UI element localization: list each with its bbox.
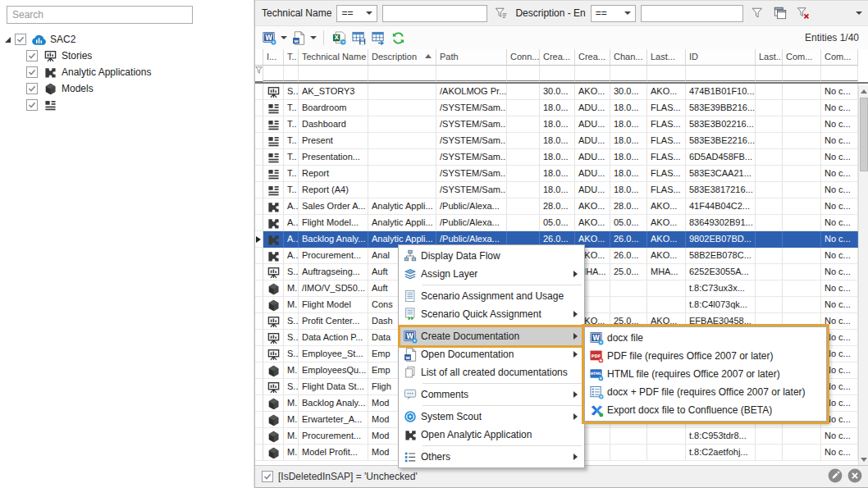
menu-item-label: Assign Layer — [421, 268, 477, 280]
open-docx-button[interactable]: w — [290, 29, 308, 47]
chevron-down-icon[interactable] — [856, 11, 862, 15]
tree-item-stories[interactable]: Stories — [0, 48, 249, 64]
menu-item-scenario-quick-assignment[interactable]: Scenario Quick Assignment — [400, 305, 583, 323]
tree-item-templates[interactable]: Templates — [0, 97, 249, 113]
filter-cell[interactable] — [821, 66, 858, 81]
edit-filter-icon[interactable] — [828, 468, 843, 486]
filter-cell[interactable] — [436, 66, 507, 81]
filter-cell[interactable] — [686, 66, 756, 81]
filter-cell[interactable] — [783, 66, 821, 81]
tree-checkbox[interactable] — [26, 66, 38, 78]
filter-input-technical-name[interactable] — [382, 5, 487, 22]
menu-item-pdf-file-requires-office-2007-or-later-[interactable]: PDFPDF file (requires Office 2007 or lat… — [586, 347, 825, 365]
filter-cell[interactable] — [647, 66, 686, 81]
scroll-down-icon[interactable] — [859, 454, 868, 465]
tree-checkbox[interactable] — [26, 99, 38, 111]
column-header-path[interactable]: Path — [436, 49, 507, 66]
save-grid-layout-button[interactable] — [349, 29, 368, 47]
filter-input-description[interactable] — [641, 5, 743, 22]
chevron-down-icon[interactable] — [280, 36, 288, 39]
table-cell: t.8:C73ux3x... — [686, 280, 756, 297]
table-cell: 583E3817216... — [686, 182, 756, 198]
tree-item-analytic-applications[interactable]: Analytic Applications — [0, 64, 249, 80]
operator-select-technical-name[interactable]: == — [336, 5, 377, 22]
tree-checkbox[interactable] — [26, 50, 38, 62]
filter-cell[interactable] — [507, 66, 540, 81]
apply-filter-icon[interactable] — [748, 4, 766, 22]
filter-cell[interactable] — [368, 66, 436, 81]
table-row[interactable]: A..Flight Model...Analytic Appli.../Publ… — [255, 215, 868, 231]
template-icon — [267, 134, 280, 148]
refresh-button[interactable] — [389, 29, 407, 47]
table-row[interactable]: T..Boardroom/SYSTEM/Sam...18.0...ADU...1… — [255, 100, 868, 116]
column-header-com[interactable]: Com... — [783, 49, 821, 66]
filter-cell[interactable] — [284, 66, 299, 81]
filter-cell[interactable] — [610, 66, 647, 81]
search-input[interactable] — [7, 6, 193, 24]
tree-expander-icon[interactable] — [5, 37, 11, 43]
column-header-crea[interactable]: Crea... — [575, 49, 610, 66]
table-cell: 18.0... — [610, 133, 647, 149]
column-header-last[interactable]: Last... — [756, 49, 783, 66]
menu-item-html-file-requires-office-2007-or-later-[interactable]: HTMLHTML file (requires Office 2007 or l… — [586, 365, 825, 383]
operator-select-description[interactable]: == — [591, 5, 636, 22]
export-excel-button[interactable]: X — [330, 29, 348, 47]
table-row[interactable]: T..Report/SYSTEM/Sam...18.0...ADU...18.0… — [255, 166, 868, 182]
menu-item-create-documentation[interactable]: WCreate Documentation — [400, 327, 583, 345]
vertical-scrollbar[interactable] — [858, 85, 868, 465]
table-row[interactable]: T..Present/SYSTEM/Sam...18.0...ADU...18.… — [255, 133, 868, 149]
column-header-t[interactable]: T.. — [284, 49, 299, 66]
row-header — [255, 248, 263, 264]
table-row[interactable]: T..Dashboard/SYSTEM/Sam...18.0...ADU...1… — [255, 116, 868, 133]
tree-checkbox[interactable] — [15, 34, 26, 45]
status-filter-checkbox[interactable] — [262, 471, 273, 482]
table-row[interactable]: A..Sales Order A...Analytic Appli.../Pub… — [255, 198, 868, 215]
chevron-down-icon[interactable] — [309, 36, 318, 39]
column-header-technicalname[interactable]: Technical Name — [299, 49, 368, 66]
menu-item-open-documentation[interactable]: wOpen Documentation — [400, 345, 583, 363]
filter-cell[interactable] — [540, 66, 575, 81]
restore-grid-layout-button[interactable] — [369, 29, 387, 47]
menu-item-display-data-flow[interactable]: Display Data Flow — [400, 247, 583, 265]
menu-item-system-scout[interactable]: System Scout — [400, 408, 583, 426]
table-row[interactable]: T..Report (A4)/SYSTEM/Sam...18.0...ADU..… — [255, 182, 868, 198]
scroll-up-icon[interactable] — [859, 85, 868, 97]
table-cell — [783, 445, 821, 461]
filter-cell[interactable] — [575, 66, 610, 81]
menu-item-docx-pdf-file-requires-office-2007-or-la[interactable]: docx + PDF file (requires Office 2007 or… — [586, 383, 825, 401]
table-cell: No c... — [821, 297, 858, 313]
column-header-conn[interactable]: Conn... — [507, 49, 540, 66]
menu-item-list-of-all-created-documentations[interactable]: List of all created documentations — [400, 363, 583, 381]
table-row[interactable]: T..Presentation.../SYSTEM/Sam...18.0...A… — [255, 149, 868, 166]
menu-item-scenario-assignment-and-usage[interactable]: Scenario Assignment and Usage — [400, 287, 583, 305]
tree-item-models[interactable]: Models — [0, 80, 249, 97]
clear-filter-icon[interactable] — [794, 4, 812, 22]
menu-item-comments[interactable]: Comments — [400, 385, 583, 404]
filter-options-icon[interactable] — [492, 4, 510, 22]
column-header-crea[interactable]: Crea... — [540, 49, 575, 66]
table-cell — [507, 149, 540, 166]
scrollbar-thumb[interactable] — [860, 98, 868, 171]
menu-item-open-analytic-application[interactable]: Open Analytic Application — [400, 426, 583, 444]
filter-cell[interactable] — [263, 66, 284, 81]
table-row[interactable]: S..AK_STORY3/AKOLMOG Pr...30.0...AKO...3… — [255, 84, 868, 100]
menu-item-export-docx-file-to-confluence-beta-[interactable]: Export docx file to Confluence (BETA) — [586, 401, 825, 419]
column-header-id[interactable]: ID — [686, 49, 756, 66]
tree-item-sac2[interactable]: SAC2 — [0, 31, 249, 48]
filter-cell[interactable] — [299, 66, 368, 81]
menu-item-assign-layer[interactable]: Assign Layer — [400, 265, 583, 283]
close-filter-icon[interactable] — [847, 468, 862, 486]
menu-item-docx-file[interactable]: Wdocx file — [586, 329, 825, 347]
column-header-last[interactable]: Last... — [647, 49, 686, 66]
column-header-i[interactable]: I... — [263, 49, 284, 66]
table-cell — [783, 100, 821, 116]
menu-item-others[interactable]: Others — [400, 448, 583, 466]
filter-cell[interactable] — [756, 66, 783, 81]
story-icon — [267, 314, 280, 328]
create-docx-button[interactable]: W — [260, 29, 278, 47]
tree-checkbox[interactable] — [26, 83, 38, 94]
column-header-description[interactable]: Description — [368, 49, 436, 66]
column-header-com[interactable]: Com... — [821, 49, 858, 66]
column-header-chan[interactable]: Chan... — [610, 49, 647, 66]
new-window-icon[interactable] — [771, 4, 789, 22]
